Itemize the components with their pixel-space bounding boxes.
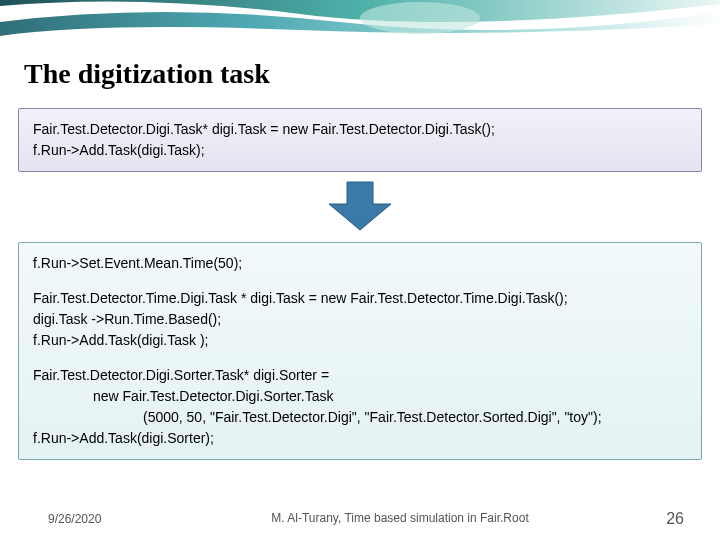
decorative-banner <box>0 0 720 48</box>
code-line: Fair.Test.Detector.Digi.Sorter.Task* dig… <box>33 365 687 386</box>
code-line: new Fair.Test.Detector.Digi.Sorter.Task <box>33 386 687 407</box>
code-line: (5000, 50, "Fair.Test.Detector.Digi", "F… <box>33 407 687 428</box>
page-title: The digitization task <box>0 48 720 108</box>
code-line: f.Run->Add.Task(digi.Task); <box>33 140 687 161</box>
svg-marker-1 <box>329 182 391 230</box>
footer-author-title: M. Al-Turany, Time based simulation in F… <box>160 511 640 527</box>
code-block-before: Fair.Test.Detector.Digi.Task* digi.Task … <box>18 108 702 172</box>
code-line: f.Run->Add.Task(digi.Sorter); <box>33 428 687 449</box>
code-line: f.Run->Add.Task(digi.Task ); <box>33 330 687 351</box>
code-line: Fair.Test.Detector.Time.Digi.Task * digi… <box>33 288 687 309</box>
wave-graphic <box>0 0 720 48</box>
footer-date: 9/26/2020 <box>0 512 160 526</box>
footer-page-number: 26 <box>640 510 720 528</box>
code-block-after: f.Run->Set.Event.Mean.Time(50); Fair.Tes… <box>18 242 702 460</box>
slide-footer: 9/26/2020 M. Al-Turany, Time based simul… <box>0 510 720 528</box>
down-arrow-icon <box>0 172 720 242</box>
code-line: digi.Task ->Run.Time.Based(); <box>33 309 687 330</box>
svg-point-0 <box>360 2 480 34</box>
code-line: Fair.Test.Detector.Digi.Task* digi.Task … <box>33 119 687 140</box>
code-line: f.Run->Set.Event.Mean.Time(50); <box>33 253 687 274</box>
